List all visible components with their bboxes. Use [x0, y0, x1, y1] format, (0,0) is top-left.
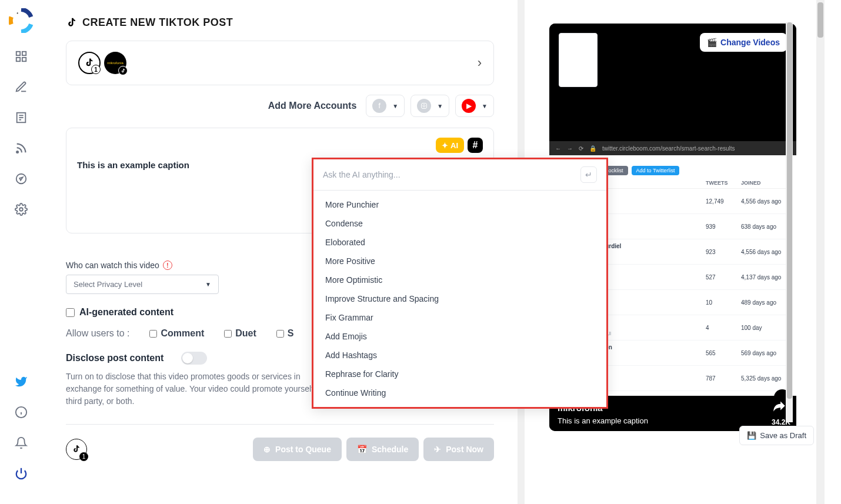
- privacy-placeholder: Select Privacy Level: [74, 280, 142, 289]
- outer-scrollbar[interactable]: [816, 0, 825, 504]
- instagram-icon: [417, 99, 431, 113]
- svg-rect-3: [16, 58, 20, 61]
- post-to-queue-button[interactable]: ⊕Post to Queue: [253, 438, 342, 461]
- hashtag-button[interactable]: #: [468, 138, 483, 153]
- ai-content-label: AI-generated content: [79, 307, 173, 318]
- enter-key-icon[interactable]: ↵: [580, 166, 597, 183]
- twitterlist-chip[interactable]: Add to Twitterlist: [632, 166, 680, 175]
- add-accounts-row: Add More Accounts f▼ ▼ ▶▼: [66, 95, 494, 117]
- account-badge-brand[interactable]: mikrofonia: [104, 52, 126, 74]
- svg-rect-4: [22, 58, 26, 61]
- change-videos-button[interactable]: 🎬 Change Videos: [700, 33, 787, 52]
- app-logo: [9, 8, 34, 33]
- svg-rect-1: [16, 52, 20, 55]
- left-sidebar: [0, 0, 42, 504]
- compose-icon[interactable]: [14, 80, 28, 94]
- bottom-actions: 1 ⊕Post to Queue 📅Schedule ✈Post Now: [66, 424, 494, 474]
- ai-suggestion-item[interactable]: Eloborated: [313, 233, 606, 252]
- lock-icon: 🔒: [589, 145, 596, 152]
- power-icon[interactable]: [14, 466, 28, 480]
- comment-checkbox-wrap[interactable]: Comment: [149, 328, 204, 339]
- ai-assist-button[interactable]: ✦AI: [436, 138, 464, 153]
- disclose-toggle[interactable]: [181, 352, 207, 365]
- col-tweets: TWEETS: [706, 180, 741, 186]
- ai-suggestion-item[interactable]: Rephrase for Clarity: [313, 365, 606, 383]
- save-as-draft-button[interactable]: 💾 Save as Draft: [739, 426, 814, 445]
- ai-suggestion-item[interactable]: More Positive: [313, 252, 606, 271]
- svg-marker-11: [19, 177, 23, 181]
- comment-checkbox[interactable]: [149, 330, 157, 338]
- ai-suggestions-list: More PunchierCondenseEloboratedMore Posi…: [313, 191, 606, 407]
- stitch-checkbox-wrap[interactable]: S: [276, 328, 294, 339]
- browser-bar: ← → ⟳ 🔒 twitter.circleboom.com/search/sm…: [549, 141, 796, 155]
- save-icon: 💾: [747, 431, 756, 440]
- preview-caption: This is an example caption: [558, 416, 788, 425]
- account-badge-tiktok[interactable]: 1: [78, 52, 101, 74]
- ai-suggestion-item[interactable]: Add Hashtags: [313, 346, 606, 365]
- queue-icon: ⊕: [263, 445, 271, 454]
- duet-checkbox[interactable]: [224, 330, 232, 338]
- privacy-select[interactable]: Select Privacy Level ▼: [66, 275, 219, 294]
- svg-rect-17: [422, 104, 427, 109]
- chevron-down-icon: ▼: [482, 103, 488, 109]
- film-icon: 🎬: [707, 38, 717, 47]
- facebook-icon: f: [372, 99, 386, 113]
- ai-suggestion-item[interactable]: Fix Grammar: [313, 308, 606, 327]
- disclose-description: Turn on to disclose that this video prom…: [66, 371, 325, 408]
- info-icon[interactable]: [14, 405, 28, 419]
- rss-icon[interactable]: [14, 141, 28, 155]
- svg-point-18: [423, 105, 425, 107]
- url-text: twitter.circleboom.com/search/smart-sear…: [602, 145, 735, 152]
- twitter-icon[interactable]: [14, 375, 28, 389]
- ai-prompt-input[interactable]: [323, 170, 580, 179]
- ai-content-checkbox[interactable]: [66, 308, 75, 317]
- sparkle-icon: ✦: [442, 141, 448, 150]
- schedule-button[interactable]: 📅Schedule: [346, 438, 419, 461]
- privacy-label: Who can watch this video: [66, 261, 159, 270]
- allow-label: Allow users to :: [66, 328, 129, 339]
- chevron-down-icon: ▼: [205, 281, 211, 288]
- add-facebook-dropdown[interactable]: f▼: [366, 95, 405, 117]
- articles-icon[interactable]: [14, 111, 28, 125]
- calendar-icon: 📅: [357, 445, 367, 454]
- back-icon: ←: [555, 145, 561, 152]
- svg-point-0: [17, 12, 18, 14]
- forward-icon: →: [567, 145, 573, 152]
- discover-icon[interactable]: [14, 172, 28, 186]
- ai-suggestion-item[interactable]: More Punchier: [313, 195, 606, 214]
- reload-icon: ⟳: [579, 145, 583, 152]
- svg-rect-2: [22, 52, 26, 55]
- selected-accounts-bar[interactable]: 1 mikrofonia ›: [66, 41, 494, 85]
- add-accounts-label: Add More Accounts: [268, 101, 357, 111]
- duet-checkbox-wrap[interactable]: Duet: [224, 328, 256, 339]
- expand-accounts-chevron[interactable]: ›: [478, 55, 482, 71]
- post-now-button[interactable]: ✈Post Now: [423, 438, 494, 461]
- settings-icon[interactable]: [14, 202, 28, 216]
- video-thumbnail[interactable]: [559, 33, 598, 87]
- dashboard-icon[interactable]: [14, 49, 28, 64]
- account-count-badge: 1: [91, 65, 101, 74]
- ai-suggestions-panel: ↵ More PunchierCondenseEloboratedMore Po…: [312, 158, 608, 409]
- target-count: 1: [79, 452, 88, 461]
- col-joined: JOINED: [741, 180, 788, 186]
- youtube-icon: ▶: [462, 99, 476, 113]
- stitch-checkbox[interactable]: [276, 330, 284, 338]
- ai-suggestion-item[interactable]: Improve Structure and Spacing: [313, 289, 606, 308]
- warning-icon: !: [163, 261, 172, 270]
- add-youtube-dropdown[interactable]: ▶▼: [455, 95, 494, 117]
- chevron-down-icon: ▼: [437, 103, 443, 109]
- ai-suggestion-item[interactable]: Continue Writing: [313, 383, 606, 402]
- chevron-down-icon: ▼: [392, 103, 398, 109]
- tiktok-icon: [66, 17, 78, 29]
- bell-icon[interactable]: [14, 436, 28, 450]
- page-title: CREATE NEW TIKTOK POST: [66, 16, 494, 29]
- ai-suggestion-item[interactable]: Condense: [313, 214, 606, 233]
- ai-suggestion-item[interactable]: More Optimistic: [313, 271, 606, 289]
- svg-point-12: [19, 208, 23, 211]
- send-icon: ✈: [434, 445, 441, 454]
- preview-scrollbar[interactable]: [786, 22, 793, 422]
- svg-point-9: [16, 151, 18, 153]
- add-instagram-dropdown[interactable]: ▼: [411, 95, 449, 117]
- post-target-badge[interactable]: 1: [66, 439, 87, 460]
- ai-suggestion-item[interactable]: Add Emojis: [313, 327, 606, 346]
